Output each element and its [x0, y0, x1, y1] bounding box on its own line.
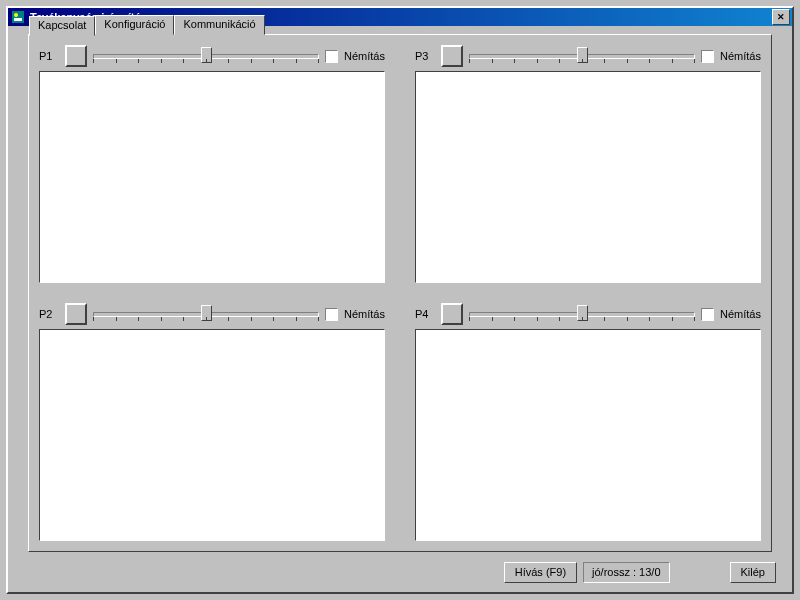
- cell-label: P3: [415, 50, 435, 62]
- video-viewport: [39, 329, 385, 541]
- app-icon: [10, 9, 26, 25]
- tab-strip: Kapcsolat Konfiguráció Kommunikáció: [29, 15, 265, 35]
- mute-label: Némítás: [720, 50, 761, 62]
- call-button[interactable]: Hívás (F9): [504, 562, 577, 583]
- color-swatch[interactable]: [65, 45, 87, 67]
- button-label: Hívás (F9): [515, 566, 566, 578]
- tab-label: Kommunikáció: [183, 18, 255, 30]
- cell-label: P2: [39, 308, 59, 320]
- app-window: Tevékenység irányító ✕ Kapcsolat Konfigu…: [6, 6, 794, 594]
- tab-kapcsolat[interactable]: Kapcsolat: [29, 16, 95, 36]
- mute-label: Némítás: [344, 50, 385, 62]
- mute-checkbox[interactable]: [701, 50, 714, 63]
- mute-checkbox[interactable]: [701, 308, 714, 321]
- cell-controls: P3 Némítás: [415, 45, 761, 67]
- exit-button[interactable]: Kilép: [730, 562, 776, 583]
- mute-checkbox[interactable]: [325, 308, 338, 321]
- mute-checkbox[interactable]: [325, 50, 338, 63]
- tab-kommunikacio[interactable]: Kommunikáció: [174, 15, 264, 35]
- video-viewport: [415, 71, 761, 283]
- cell-controls: P4 Némítás: [415, 303, 761, 325]
- color-swatch[interactable]: [441, 45, 463, 67]
- bottom-bar: Hívás (F9) jó/rossz : 13/0 Kilép: [10, 558, 790, 586]
- color-swatch[interactable]: [441, 303, 463, 325]
- video-cell-2: P3 Némítás: [415, 45, 761, 283]
- cell-label: P4: [415, 308, 435, 320]
- client-area: Kapcsolat Konfiguráció Kommunikáció P1: [10, 28, 790, 590]
- button-label: Kilép: [741, 566, 765, 578]
- status-readout: jó/rossz : 13/0: [583, 562, 669, 583]
- mute-label: Némítás: [344, 308, 385, 320]
- tab-panel: Kapcsolat Konfiguráció Kommunikáció P1: [28, 34, 772, 552]
- video-viewport: [39, 71, 385, 283]
- cell-controls: P2 Némítás: [39, 303, 385, 325]
- mute-label: Némítás: [720, 308, 761, 320]
- video-cell-4: P4 Némítás: [415, 303, 761, 541]
- close-button[interactable]: ✕: [772, 9, 790, 25]
- svg-point-1: [14, 13, 18, 17]
- color-swatch[interactable]: [65, 303, 87, 325]
- video-grid: P1 Némítás P3: [39, 45, 761, 541]
- video-viewport: [415, 329, 761, 541]
- tab-label: Kapcsolat: [38, 19, 86, 31]
- volume-slider[interactable]: [469, 303, 695, 325]
- video-cell-3: P2 Némítás: [39, 303, 385, 541]
- cell-controls: P1 Némítás: [39, 45, 385, 67]
- volume-slider[interactable]: [93, 303, 319, 325]
- status-text: jó/rossz : 13/0: [592, 566, 660, 578]
- cell-label: P1: [39, 50, 59, 62]
- volume-slider[interactable]: [93, 45, 319, 67]
- tab-label: Konfiguráció: [104, 18, 165, 30]
- svg-rect-2: [14, 18, 22, 21]
- video-cell-1: P1 Némítás: [39, 45, 385, 283]
- volume-slider[interactable]: [469, 45, 695, 67]
- tab-konfiguracio[interactable]: Konfiguráció: [95, 15, 174, 35]
- svg-rect-0: [12, 11, 24, 23]
- desktop: Tevékenység irányító ✕ Kapcsolat Konfigu…: [0, 0, 800, 600]
